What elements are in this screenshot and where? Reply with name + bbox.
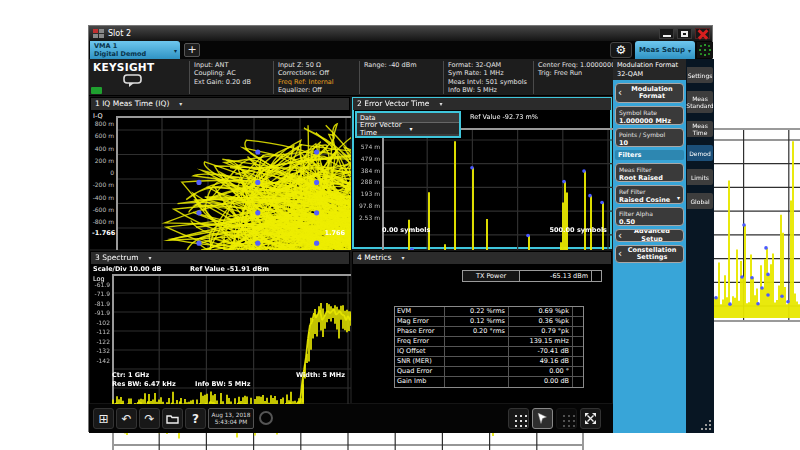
y-tick-label: 200 m (91, 157, 114, 164)
panel-field-filter-alpha[interactable]: Filter Alpha0.50 (615, 207, 684, 226)
info-line: Info BW: 5 MHz (448, 86, 533, 94)
metric-value-pk: 0.00 ° (509, 367, 573, 376)
alt-layout-button[interactable] (556, 408, 577, 429)
info-line: Ext Gain: 0.20 dB (194, 78, 273, 86)
y-tick-label: -142 (92, 357, 110, 364)
y-tick-label: -112 (92, 328, 110, 335)
info-column: Input Z: 50 ΩCorrections: OffFreq Ref: I… (273, 61, 359, 94)
y-tick-label: 2.53 m (354, 214, 380, 221)
gear-button[interactable]: ⚙ (610, 42, 632, 58)
windows-logo-icon: ⊞ (98, 412, 108, 426)
maximize-icon (681, 31, 688, 37)
help-icon: ? (192, 412, 199, 426)
y-tick-label: 0 (91, 169, 114, 176)
tx-power-value: -65.13 dBm (520, 270, 592, 282)
panel-button-advanced-setup[interactable]: ‹Advanced Setup (615, 229, 684, 242)
meas-setup-tab[interactable]: Meas Setup ▾ (635, 41, 695, 59)
span-width-label: Width: 5 MHz (296, 371, 345, 379)
y-tick-label: 193 m (354, 190, 380, 197)
measurement-tab-line1: VMA 1 (94, 42, 176, 50)
window-header[interactable]: 1 IQ Meas Time (IQ)▾ (91, 98, 349, 110)
field-label: Points / Symbol (619, 131, 680, 139)
windows-start-button[interactable]: ⊞ (93, 408, 114, 429)
menu-item-meas-time[interactable]: Meas Time (687, 121, 713, 137)
panel-header-value: 32-QAM (617, 70, 682, 79)
window-header[interactable]: 3 Spectrum▾ (91, 252, 349, 264)
y-tick-label: 400 m (91, 145, 114, 152)
window-title-text: 3 Spectrum (95, 253, 139, 262)
metric-pad-cell (573, 327, 583, 336)
table-row: Mag Error0.12 %rms0.36 %pk (395, 317, 583, 327)
x-min-label: 0.00 symbols (382, 226, 430, 234)
window-header[interactable]: 2 Error Vector Time▾ (353, 98, 611, 110)
measurement-tab[interactable]: VMA 1 Digital Demod ▾ (90, 41, 180, 59)
ref-value-label: Ref Value -51.91 dBm (190, 265, 269, 273)
add-tab-button[interactable]: + (184, 43, 200, 57)
metric-pad-cell (573, 357, 583, 366)
window-title-text: 4 Metrics (357, 253, 391, 262)
field-value: 10 (619, 139, 680, 147)
panel-field-meas-filter[interactable]: Meas FilterRoot Raised Cosine (615, 163, 684, 182)
info-line: Coupling: AC (194, 69, 273, 77)
app-icon (93, 29, 104, 38)
metric-value-pk: 49.16 dB (509, 357, 573, 366)
help-button[interactable]: ? (185, 408, 206, 429)
field-value: Root Raised Cosine (619, 174, 680, 183)
metric-value-pk: 0.69 %pk (509, 307, 573, 316)
chevron-down-icon: ▾ (149, 254, 152, 261)
window-header[interactable]: 4 Metrics▾ (353, 252, 611, 264)
menu-item-limits[interactable]: Limits (687, 169, 713, 185)
menu-item-meas-standard[interactable]: Meas Standard (687, 91, 713, 113)
window-spectrum[interactable]: 3 Spectrum▾ Scale/Div 10.00 dB Ref Value… (89, 250, 351, 404)
trace-data-popup[interactable]: Data Error Vector Time ▾ (355, 111, 461, 138)
chevron-down-icon: ▾ (174, 47, 177, 54)
file-explorer-button[interactable] (162, 408, 183, 429)
window-title-text: 1 IQ Meas Time (IQ) (95, 99, 169, 108)
window-iq-meas-time[interactable]: 1 IQ Meas Time (IQ)▾ I-Q -1.766 1.766 80… (89, 96, 351, 250)
window-error-vector-time[interactable]: 2 Error Vector Time▾ Data Error Vector T… (351, 96, 613, 250)
undo-icon: ↶ (121, 412, 131, 426)
metric-pad-cell (573, 377, 583, 387)
info-line: Corrections: Off (278, 69, 359, 77)
metric-value-rms (445, 367, 509, 376)
info-line: Sym Rate: 1 MHz (448, 69, 533, 77)
chevron-down-icon: ▾ (401, 254, 404, 261)
tx-power-label: TX Power (462, 270, 520, 282)
minimize-icon (663, 35, 671, 37)
menu-item-global[interactable]: Global (687, 193, 713, 209)
window-metrics[interactable]: 4 Metrics▾ TX Power -65.13 dBm EVM0.22 %… (351, 250, 613, 404)
redo-button[interactable]: ↷ (139, 408, 160, 429)
panel-field-ref-filter[interactable]: Ref FilterRaised Cosine▾ (615, 185, 684, 204)
field-value: Raised Cosine (619, 196, 680, 204)
trace-data-dropdown[interactable]: Error Vector Time ▾ (357, 122, 459, 134)
info-header: KEYSIGHT Input: ANTCoupling: ACExt Gain:… (89, 59, 613, 96)
menu-item-settings[interactable]: Settings (687, 67, 713, 83)
pointer-mode-button[interactable] (532, 408, 553, 429)
metric-name: IQ Offset (395, 347, 445, 356)
metric-pad-cell (573, 317, 583, 326)
minimize-button[interactable] (659, 28, 674, 39)
undo-button[interactable]: ↶ (116, 408, 137, 429)
resize-handle[interactable] (709, 428, 711, 430)
metric-value-rms: 0.12 %rms (445, 317, 509, 326)
panel-field-symbol-rate[interactable]: Symbol Rate1.000000 MHz (615, 106, 684, 125)
iq-axis-label: I-Q (93, 112, 103, 120)
maximize-button[interactable] (677, 28, 692, 39)
metric-pad-cell (573, 307, 583, 316)
close-button[interactable] (695, 28, 710, 39)
panel-button-modulation-format[interactable]: ‹Modulation Format (615, 83, 684, 103)
center-freq-label: Ctr: 1 GHz (112, 371, 149, 379)
y-tick-label: -122 (92, 338, 110, 345)
y-tick-label: -81.9 (92, 300, 110, 307)
menu-item-demod[interactable]: Demod (687, 145, 713, 161)
info-line: Trig: Free Run (538, 69, 613, 77)
fullscreen-button[interactable] (580, 408, 601, 429)
info-line: Input Z: 50 Ω (278, 61, 359, 69)
metric-value-rms (445, 377, 509, 387)
datetime-display[interactable]: Aug 13, 2018 5:43:04 PM (208, 408, 254, 429)
table-row: Gain Imb0.00 dB (395, 377, 583, 387)
panel-field-points-symbol[interactable]: Points / Symbol10 (615, 128, 684, 147)
panel-button-constellation-settings[interactable]: ‹Constellation Settings (615, 245, 684, 263)
y-tick-label: -71.9 (92, 290, 110, 297)
window-layout-button[interactable] (508, 408, 529, 429)
